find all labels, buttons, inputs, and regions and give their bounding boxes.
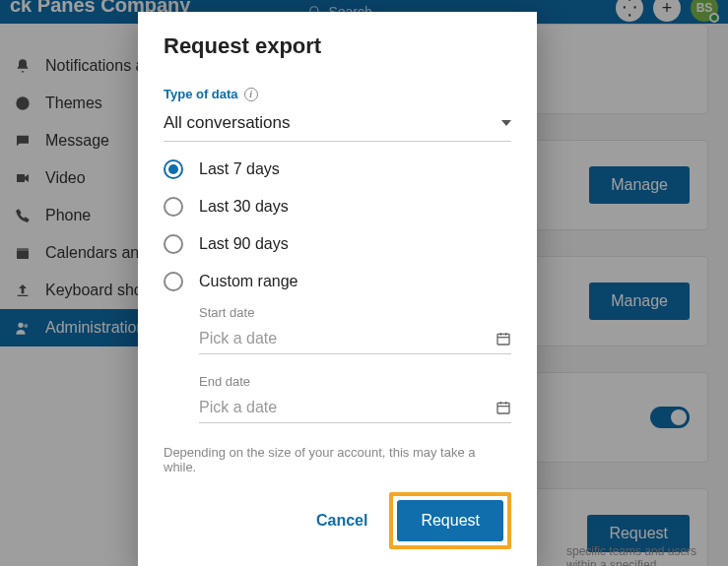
cancel-button[interactable]: Cancel bbox=[312, 502, 371, 539]
radio-label: Last 90 days bbox=[199, 235, 289, 253]
end-date-label: End date bbox=[199, 374, 511, 389]
start-date-label: Start date bbox=[199, 305, 511, 320]
date-placeholder: Pick a date bbox=[199, 330, 277, 347]
radio-label: Last 7 days bbox=[199, 160, 280, 178]
info-icon[interactable]: i bbox=[244, 88, 258, 101]
radio-custom-range[interactable]: Custom range bbox=[164, 272, 511, 291]
select-value: All conversations bbox=[164, 113, 291, 133]
calendar-icon bbox=[496, 331, 511, 346]
end-date-input[interactable]: Pick a date bbox=[199, 395, 511, 423]
radio-icon bbox=[164, 159, 183, 179]
date-placeholder: Pick a date bbox=[199, 399, 277, 416]
modal-title: Request export bbox=[164, 33, 511, 59]
modal-note: Depending on the size of your account, t… bbox=[164, 445, 511, 474]
radio-last-7-days[interactable]: Last 7 days bbox=[164, 159, 511, 179]
svg-rect-11 bbox=[497, 403, 509, 413]
start-date-input[interactable]: Pick a date bbox=[199, 326, 511, 354]
request-button-highlight: Request bbox=[389, 492, 511, 549]
radio-last-90-days[interactable]: Last 90 days bbox=[164, 234, 511, 254]
radio-last-30-days[interactable]: Last 30 days bbox=[164, 197, 511, 217]
radio-icon bbox=[164, 234, 183, 254]
type-of-data-label: Type of data i bbox=[164, 87, 258, 101]
request-export-modal: Request export Type of data i All conver… bbox=[138, 12, 537, 566]
date-range-radio-group: Last 7 days Last 30 days Last 90 days Cu… bbox=[164, 159, 511, 291]
radio-label: Custom range bbox=[199, 273, 298, 290]
request-button[interactable]: Request bbox=[397, 500, 503, 541]
svg-rect-7 bbox=[497, 334, 509, 345]
radio-icon bbox=[164, 197, 183, 217]
type-of-data-select[interactable]: All conversations bbox=[164, 107, 511, 142]
radio-label: Last 30 days bbox=[199, 198, 289, 216]
chevron-down-icon bbox=[501, 120, 511, 126]
calendar-icon bbox=[496, 400, 511, 415]
radio-icon bbox=[164, 272, 183, 291]
